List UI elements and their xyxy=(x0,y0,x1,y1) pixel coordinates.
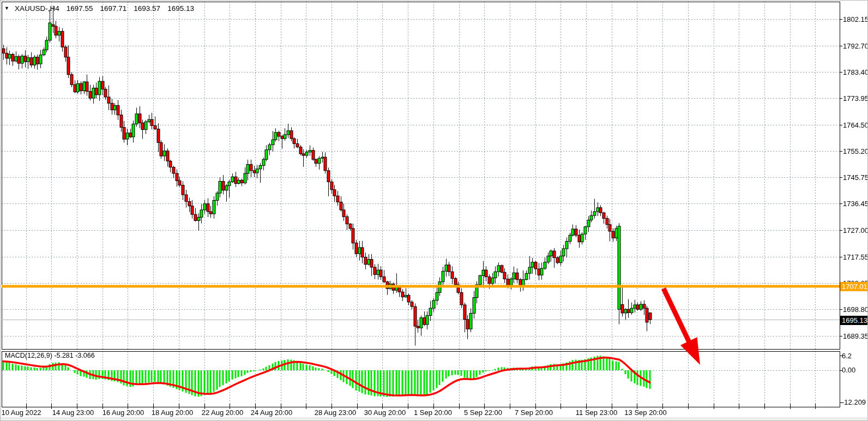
mt4-chart-window: ▼ XAUUSD-,H4 1697.55 1697.71 1693.57 169… xyxy=(0,0,868,421)
macd-signal-value: -3.066 xyxy=(75,352,94,359)
window-bottom-strip xyxy=(1,418,868,421)
chart-title: ▼ XAUUSD-,H4 1697.55 1697.71 1693.57 169… xyxy=(4,4,194,13)
time-axis-label: 22 Aug 20:00 xyxy=(202,408,244,417)
price-axis-label: 1802.15 xyxy=(843,15,868,23)
time-axis-label: 24 Aug 20:00 xyxy=(251,408,293,417)
price-axis-label: 1727.00 xyxy=(843,226,868,234)
ohlc-open: 1697.55 xyxy=(67,4,93,13)
ohlc-low: 1693.57 xyxy=(134,4,160,13)
ohlc-high: 1697.71 xyxy=(100,4,127,13)
time-axis-label: 18 Aug 20:00 xyxy=(152,408,194,417)
price-axis-label: 1698.80 xyxy=(843,305,868,314)
time-axis-label: 5 Sep 22:00 xyxy=(464,408,502,417)
macd-scale-min: -12.209 xyxy=(842,398,866,406)
price-axis-label: 1764.50 xyxy=(843,121,868,129)
time-axis-label: 1 Sep 20:00 xyxy=(414,408,452,417)
price-axis-label: 1755.20 xyxy=(843,147,868,155)
macd-scale-max: 6.2 xyxy=(842,352,852,360)
macd-main-value: -5.281 xyxy=(54,352,73,359)
time-axis-label: 14 Aug 23:00 xyxy=(52,408,94,417)
macd-scale-zero: 0.00 xyxy=(842,366,855,374)
price-axis-label: 1745.75 xyxy=(843,173,868,182)
time-axis-label: 16 Aug 20:00 xyxy=(103,408,144,417)
price-axis-label: 1717.55 xyxy=(843,253,868,261)
price-axis-label: 1773.95 xyxy=(843,94,868,103)
price-axis-label: 1689.35 xyxy=(843,332,868,340)
symbol-dropdown-icon[interactable]: ▼ xyxy=(4,6,9,11)
hline-price-badge: 1707.01 xyxy=(840,282,868,291)
price-axis-label: 1783.40 xyxy=(843,68,868,76)
macd-indicator-caption: MACD(12,26,9) -5.281 -3.066 xyxy=(5,352,95,359)
price-axis-label: 1736.45 xyxy=(843,200,868,208)
time-axis-label: 11 Sep 23:00 xyxy=(576,408,617,417)
ohlc-close: 1695.13 xyxy=(167,4,194,13)
time-axis-label: 28 Aug 23:00 xyxy=(315,408,357,417)
time-axis-label: 30 Aug 20:00 xyxy=(364,408,406,417)
macd-label: MACD(12,26,9) xyxy=(5,352,52,359)
time-axis-label: 7 Sep 20:00 xyxy=(515,408,553,417)
price-axis-label: 1792.70 xyxy=(843,42,868,50)
price-chart-canvas[interactable] xyxy=(1,1,868,421)
time-axis-label: 13 Sep 20:00 xyxy=(624,408,666,417)
bid-price-badge: 1695.13 xyxy=(840,316,868,325)
symbol-period-label: XAUUSD-,H4 xyxy=(15,4,59,13)
time-axis-label: 10 Aug 2022 xyxy=(1,408,41,417)
